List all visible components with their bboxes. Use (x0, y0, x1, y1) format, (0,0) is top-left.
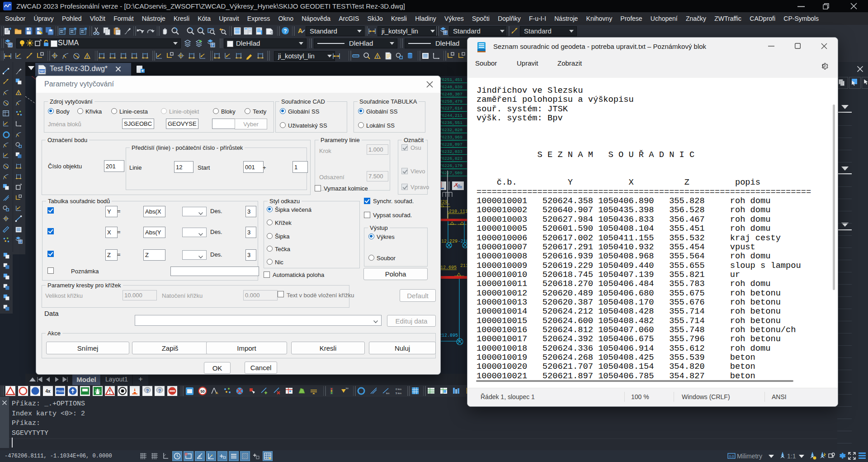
svg-text:210.111: 210.111 (449, 209, 468, 214)
svg-text:0.0: 0.0 (729, 454, 734, 458)
svg-text:12.695: 12.695 (440, 265, 457, 270)
svg-text:12.229: 12.229 (441, 239, 458, 244)
svg-text:DWG: DWG (38, 70, 46, 73)
